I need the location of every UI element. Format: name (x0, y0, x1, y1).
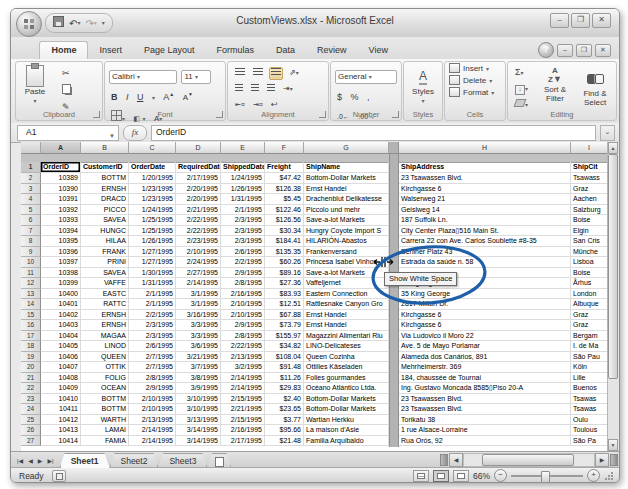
grid-cell[interactable]: 2/6/1995 (221, 247, 265, 258)
grid-cell[interactable]: 3/10/1995 (176, 394, 221, 405)
grid-cell[interactable]: $23.65 (265, 404, 304, 415)
grid-cell[interactable]: 2/15/1995 (221, 394, 265, 405)
zoom-slider-thumb[interactable] (541, 471, 550, 483)
scroll-right-arrow[interactable]: ▶ (595, 453, 609, 467)
grid-cell[interactable]: 10401 (41, 299, 81, 310)
grid-cell[interactable]: 3/10/1995 (176, 404, 221, 415)
grid-cell[interactable]: EASTC (81, 289, 129, 300)
grid-cell[interactable]: Århus (571, 278, 608, 289)
grid-cell[interactable]: 2/3/1995 (221, 236, 265, 247)
grid-cell[interactable]: BOTTM (81, 394, 129, 405)
row-header-26[interactable]: 26 (21, 425, 41, 436)
italic-button[interactable]: I (124, 91, 131, 104)
grid-cell[interactable]: 2/27/1995 (176, 268, 221, 279)
grid-cell[interactable]: 10409 (41, 383, 81, 394)
grid-cell[interactable]: 3/13/1995 (176, 415, 221, 426)
grid-cell[interactable]: FRANK (81, 247, 129, 258)
grid-cell[interactable]: 3/1/1995 (176, 299, 221, 310)
row-header-8[interactable]: 8 (21, 236, 41, 247)
grid-cell[interactable]: Save-a-lot Markets (304, 215, 389, 226)
grid-cell[interactable]: $27.36 (265, 278, 304, 289)
grid-cell[interactable]: Magazzini Alimentari Riu (304, 331, 389, 342)
paste-button[interactable]: Paste▾ (20, 65, 50, 106)
shrink-font-button[interactable]: A▼ (181, 88, 195, 104)
clipboard-dialog-launcher[interactable] (93, 111, 100, 118)
grid-cell[interactable]: 1/27/1995 (129, 257, 176, 268)
grid-cell[interactable]: Rattlesnake Canyon Gro (304, 299, 389, 310)
grid-cell[interactable]: 10403 (41, 320, 81, 331)
first-sheet-button[interactable]: |◀ (15, 456, 25, 465)
ribbon-tab-page-layout[interactable]: Page Layout (133, 42, 206, 59)
grid-cell[interactable]: 10396 (41, 247, 81, 258)
grid-cell[interactable]: 2/22/1995 (176, 215, 221, 226)
grid-cell[interactable]: 1/24/1995 (221, 173, 265, 184)
align-top-button[interactable] (233, 67, 247, 80)
grid-cell[interactable]: 1/26/1995 (221, 184, 265, 195)
grid-cell[interactable]: City Center Plaza▯516 Main St. (399, 226, 571, 237)
grid-cell[interactable]: 2/3/1995 (129, 320, 176, 331)
underline-dropdown[interactable]: ▾ (150, 92, 157, 105)
grid-cell[interactable]: $11.26 (265, 373, 304, 384)
row-header-20[interactable]: 20 (21, 362, 41, 373)
grid-cell[interactable]: ERNSH (81, 184, 129, 195)
grid-cell[interactable]: São Pa (571, 436, 608, 447)
grid-cell[interactable]: 3/14/1995 (176, 425, 221, 436)
name-box-dropdown-icon[interactable]: ▼ (109, 130, 115, 143)
grid-cell[interactable]: 10411 (41, 404, 81, 415)
column-header-H[interactable]: H (399, 142, 571, 154)
grid-cell[interactable]: $126.38 (265, 184, 304, 195)
grid-cell[interactable]: 3/2/1995 (221, 362, 265, 373)
grid-cell[interactable]: 1 rue Alsace-Lorraine (399, 425, 571, 436)
grid-cell[interactable]: $135.35 (265, 247, 304, 258)
grid-cell[interactable]: 10397 (41, 257, 81, 268)
row-header-21[interactable]: 21 (21, 373, 41, 384)
grid-cell[interactable]: 2/21/1995 (221, 404, 265, 415)
grid-cell[interactable]: Folies gourmandes (304, 373, 389, 384)
grid-cell[interactable]: 2/8/1995 (221, 278, 265, 289)
grid-cell[interactable]: Princesa Isabel Vinhos (304, 257, 389, 268)
grid-cell[interactable]: $3.77 (265, 415, 304, 426)
grid-cell[interactable]: 1/25/1995 (129, 226, 176, 237)
grid-cell[interactable]: 1/23/1995 (129, 184, 176, 195)
column-header-B[interactable]: B (81, 142, 129, 154)
sheet-tab-sheet2[interactable]: Sheet2 (110, 453, 159, 468)
grid-cell[interactable]: $73.79 (265, 320, 304, 331)
column-header-C[interactable]: C (129, 142, 176, 154)
grid-cell[interactable]: Drachenblut Delikatesse (304, 194, 389, 205)
font-name-combo[interactable]: Calibri ▾ (109, 70, 177, 84)
grid-cell[interactable]: 10410 (41, 394, 81, 405)
grid-cell[interactable]: Boise (571, 215, 608, 226)
grid-cell[interactable]: 10404 (41, 331, 81, 342)
grid-cell[interactable]: 2/14/1995 (221, 373, 265, 384)
copy-button[interactable] (60, 83, 73, 98)
grid-cell[interactable]: $184.41 (265, 236, 304, 247)
grid-cell[interactable]: SAVEA (81, 268, 129, 279)
grid-cell[interactable]: $30.34 (265, 226, 304, 237)
grid-cell[interactable]: 23 Tsawassen Blvd. (399, 394, 571, 405)
grid-cell[interactable]: Queen Cozinha (304, 352, 389, 363)
grid-cell[interactable]: Bottom-Dollar Markets (304, 404, 389, 415)
grid-cell[interactable]: Bottom-Dollar Markets (304, 173, 389, 184)
grid-cell[interactable]: 3/16/1995 (176, 310, 221, 321)
grid-cell[interactable]: 10394 (41, 226, 81, 237)
grid-cell[interactable]: $83.93 (265, 289, 304, 300)
grid-cell[interactable]: Kirchgasse 6 (399, 184, 571, 195)
grid-cell[interactable]: 2/8/1995 (221, 331, 265, 342)
grid-cell[interactable]: ERNSH (81, 310, 129, 321)
row-header-25[interactable]: 25 (21, 415, 41, 426)
orientation-button[interactable]: ⇗▾ (287, 66, 301, 80)
grid-cell[interactable]: 2/14/1995 (176, 278, 221, 289)
grid-cell[interactable]: 1/24/1995 (129, 205, 176, 216)
grid-cell[interactable]: 2/7/1995 (129, 352, 176, 363)
grid-cell[interactable]: San Cris (571, 236, 608, 247)
grid-cell[interactable]: ShippedDate (221, 162, 265, 173)
row-header-5[interactable]: 5 (21, 205, 41, 216)
grid-cell[interactable]: Kirchgasse 6 (399, 320, 571, 331)
grid-cell[interactable]: CustomerID (81, 162, 129, 173)
grid-cell[interactable]: Via Ludovico il Moro 22 (399, 331, 571, 342)
grid-cell[interactable]: 2/2/1995 (129, 310, 176, 321)
grid-cell[interactable]: Lille (571, 373, 608, 384)
grid-cell[interactable]: 1/26/1995 (129, 236, 176, 247)
ribbon-tab-home[interactable]: Home (39, 41, 88, 59)
grid-cell[interactable]: 2/10/1995 (129, 404, 176, 415)
